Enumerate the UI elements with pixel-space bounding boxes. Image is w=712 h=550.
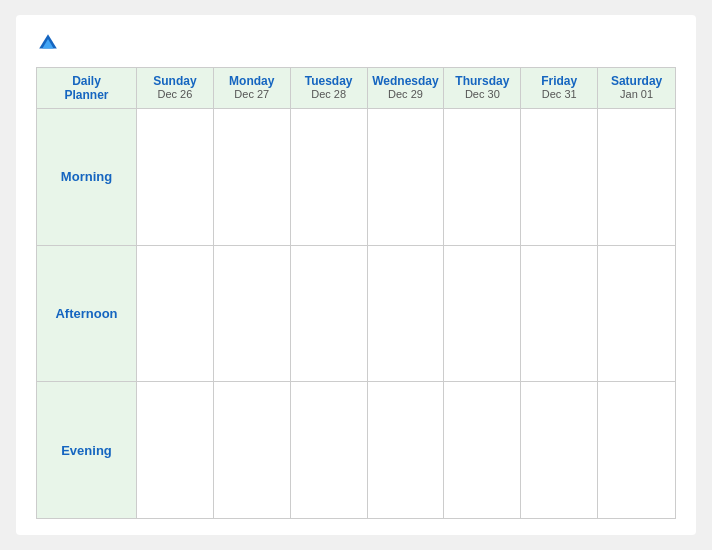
header-date: Dec 26 bbox=[141, 88, 209, 100]
evening-day-4[interactable] bbox=[444, 382, 521, 518]
header-label-cell: DailyPlanner bbox=[37, 68, 137, 108]
morning-day-5[interactable] bbox=[521, 109, 598, 245]
header-day-name: Saturday bbox=[602, 74, 671, 88]
header-day-sunday: SundayDec 26 bbox=[137, 68, 214, 108]
morning-label: Morning bbox=[61, 169, 112, 184]
page: DailyPlannerSundayDec 26MondayDec 27Tues… bbox=[16, 15, 696, 535]
header-date: Jan 01 bbox=[602, 88, 671, 100]
afternoon-day-3[interactable] bbox=[368, 246, 445, 382]
header-day-monday: MondayDec 27 bbox=[214, 68, 291, 108]
afternoon-day-4[interactable] bbox=[444, 246, 521, 382]
logo bbox=[36, 31, 64, 55]
row-afternoon: Afternoon bbox=[37, 246, 675, 383]
evening-day-3[interactable] bbox=[368, 382, 445, 518]
afternoon-day-2[interactable] bbox=[291, 246, 368, 382]
header-date: Dec 27 bbox=[218, 88, 286, 100]
header-day-name: Monday bbox=[218, 74, 286, 88]
calendar-body: MorningAfternoonEvening bbox=[37, 109, 675, 518]
morning-day-1[interactable] bbox=[214, 109, 291, 245]
general-blue-icon bbox=[36, 31, 60, 55]
evening-day-2[interactable] bbox=[291, 382, 368, 518]
header-day-friday: FridayDec 31 bbox=[521, 68, 598, 108]
header-day-name: Tuesday bbox=[295, 74, 363, 88]
morning-day-4[interactable] bbox=[444, 109, 521, 245]
afternoon-day-6[interactable] bbox=[598, 246, 675, 382]
header-day-name: Friday bbox=[525, 74, 593, 88]
header-day-name: Wednesday bbox=[372, 74, 440, 88]
header-day-name: Thursday bbox=[448, 74, 516, 88]
evening-label: Evening bbox=[61, 443, 112, 458]
afternoon-day-5[interactable] bbox=[521, 246, 598, 382]
header-day-wednesday: WednesdayDec 29 bbox=[368, 68, 445, 108]
header bbox=[36, 31, 676, 55]
afternoon-label-cell: Afternoon bbox=[37, 246, 137, 382]
calendar: DailyPlannerSundayDec 26MondayDec 27Tues… bbox=[36, 67, 676, 519]
evening-day-5[interactable] bbox=[521, 382, 598, 518]
morning-day-3[interactable] bbox=[368, 109, 445, 245]
morning-day-2[interactable] bbox=[291, 109, 368, 245]
evening-day-6[interactable] bbox=[598, 382, 675, 518]
header-date: Dec 28 bbox=[295, 88, 363, 100]
afternoon-day-0[interactable] bbox=[137, 246, 214, 382]
calendar-header-row: DailyPlannerSundayDec 26MondayDec 27Tues… bbox=[37, 68, 675, 109]
morning-day-6[interactable] bbox=[598, 109, 675, 245]
header-date: Dec 29 bbox=[372, 88, 440, 100]
row-evening: Evening bbox=[37, 382, 675, 518]
evening-day-1[interactable] bbox=[214, 382, 291, 518]
evening-day-0[interactable] bbox=[137, 382, 214, 518]
afternoon-day-1[interactable] bbox=[214, 246, 291, 382]
header-date: Dec 31 bbox=[525, 88, 593, 100]
header-day-thursday: ThursdayDec 30 bbox=[444, 68, 521, 108]
morning-day-0[interactable] bbox=[137, 109, 214, 245]
afternoon-label: Afternoon bbox=[55, 306, 117, 321]
header-day-name: Sunday bbox=[141, 74, 209, 88]
evening-label-cell: Evening bbox=[37, 382, 137, 518]
header-day-saturday: SaturdayJan 01 bbox=[598, 68, 675, 108]
morning-label-cell: Morning bbox=[37, 109, 137, 245]
header-date: Dec 30 bbox=[448, 88, 516, 100]
header-daily-planner: DailyPlanner bbox=[41, 74, 132, 102]
header-day-tuesday: TuesdayDec 28 bbox=[291, 68, 368, 108]
row-morning: Morning bbox=[37, 109, 675, 246]
